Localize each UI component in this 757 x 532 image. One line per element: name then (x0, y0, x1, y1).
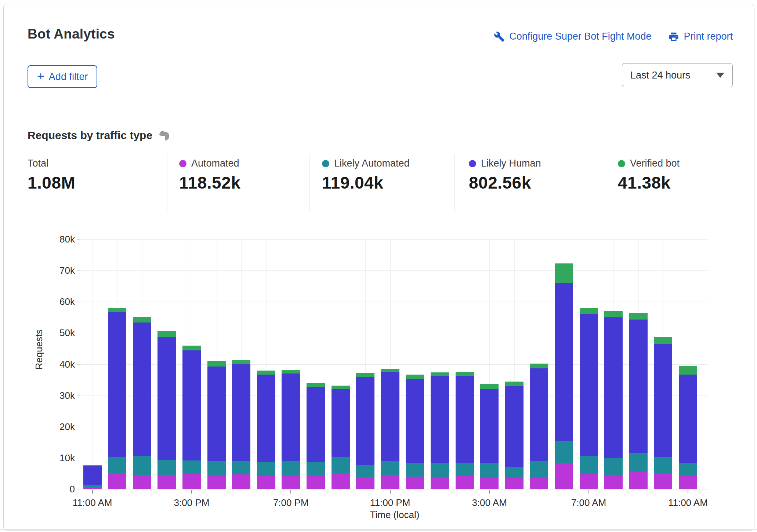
bar-segment-verified-bot[interactable] (157, 331, 176, 337)
bar-segment-likely-automated[interactable] (133, 456, 151, 475)
bar-segment-verified-bot[interactable] (530, 364, 548, 368)
bar-segment-likely-automated[interactable] (530, 461, 548, 477)
bar-segment-automated[interactable] (604, 475, 623, 489)
bar-segment-likely-human[interactable] (356, 377, 374, 466)
bar-segment-verified-bot[interactable] (406, 375, 424, 379)
bar-segment-likely-automated[interactable] (282, 461, 300, 475)
bar-segment-verified-bot[interactable] (629, 313, 648, 320)
bar-segment-likely-human[interactable] (431, 376, 449, 463)
bar-segment-verified-bot[interactable] (654, 337, 672, 344)
bar-segment-automated[interactable] (580, 474, 598, 489)
bar-segment-likely-human[interactable] (332, 389, 350, 458)
bar-segment-likely-automated[interactable] (108, 457, 126, 473)
bar-segment-likely-human[interactable] (381, 372, 399, 461)
bar-segment-automated[interactable] (133, 475, 151, 489)
bar-segment-verified-bot[interactable] (679, 366, 697, 375)
bar-segment-likely-human[interactable] (282, 374, 300, 461)
bar-segment-automated[interactable] (257, 476, 275, 489)
bar-segment-verified-bot[interactable] (480, 384, 499, 389)
bar-segment-likely-human[interactable] (629, 320, 648, 453)
stat-likely-human[interactable]: Likely Human 802.56k (469, 158, 541, 193)
bar-segment-likely-automated[interactable] (307, 462, 325, 475)
bar-segment-automated[interactable] (307, 475, 325, 489)
bar-segment-automated[interactable] (356, 477, 374, 489)
bar-segment-likely-human[interactable] (406, 379, 424, 463)
bar-segment-verified-bot[interactable] (580, 308, 598, 314)
bar-segment-likely-automated[interactable] (480, 463, 499, 478)
bar-segment-likely-automated[interactable] (157, 460, 176, 475)
bar-segment-verified-bot[interactable] (431, 372, 449, 376)
bar-segment-verified-bot[interactable] (456, 372, 474, 376)
bar-segment-likely-human[interactable] (604, 317, 623, 458)
bar-segment-likely-human[interactable] (182, 350, 201, 460)
bar-segment-likely-human[interactable] (307, 387, 325, 462)
bar-segment-verified-bot[interactable] (555, 263, 573, 283)
bar-segment-automated[interactable] (456, 476, 474, 489)
bar-segment-likely-automated[interactable] (381, 461, 399, 475)
bar-segment-likely-human[interactable] (580, 314, 598, 456)
bar-segment-verified-bot[interactable] (257, 371, 275, 375)
bar-segment-likely-automated[interactable] (604, 458, 623, 475)
bar-segment-likely-human[interactable] (505, 386, 524, 467)
bar-segment-likely-human[interactable] (207, 367, 226, 461)
bar-segment-automated[interactable] (381, 475, 399, 489)
bar-segment-automated[interactable] (83, 487, 102, 489)
bar-segment-automated[interactable] (505, 478, 524, 489)
time-range-select[interactable]: Last 24 hours (622, 63, 733, 87)
bar-segment-likely-automated[interactable] (232, 461, 250, 474)
bar-segment-verified-bot[interactable] (332, 386, 350, 389)
bar-segment-likely-human[interactable] (232, 364, 250, 461)
bar-segment-likely-automated[interactable] (332, 457, 350, 473)
bar-segment-automated[interactable] (406, 477, 424, 489)
bar-segment-automated[interactable] (182, 474, 201, 489)
stat-automated[interactable]: Automated 118.52k (179, 158, 240, 193)
bar-segment-likely-automated[interactable] (555, 441, 573, 463)
bar-segment-verified-bot[interactable] (232, 360, 250, 365)
bar-segment-likely-human[interactable] (83, 466, 102, 485)
bar-segment-verified-bot[interactable] (505, 382, 524, 386)
bar-segment-likely-automated[interactable] (629, 453, 648, 471)
bar-segment-likely-automated[interactable] (356, 465, 374, 477)
bar-segment-likely-automated[interactable] (406, 463, 424, 477)
bar-segment-verified-bot[interactable] (108, 308, 126, 312)
add-filter-button[interactable]: + Add filter (28, 65, 97, 88)
bar-segment-verified-bot[interactable] (83, 465, 102, 466)
bar-segment-likely-human[interactable] (480, 389, 499, 463)
bar-segment-verified-bot[interactable] (307, 383, 325, 387)
bar-segment-likely-automated[interactable] (207, 461, 226, 475)
bar-segment-verified-bot[interactable] (282, 370, 300, 374)
configure-super-bot-fight-mode-link[interactable]: Configure Super Bot Fight Mode (494, 31, 651, 42)
bar-segment-automated[interactable] (232, 474, 250, 489)
bar-segment-likely-automated[interactable] (505, 467, 524, 478)
stat-likely-automated[interactable]: Likely Automated 119.04k (322, 158, 410, 193)
bar-segment-likely-human[interactable] (456, 376, 474, 463)
bar-segment-likely-human[interactable] (257, 375, 275, 462)
bar-segment-likely-human[interactable] (530, 368, 548, 462)
bar-segment-automated[interactable] (480, 478, 499, 489)
bar-segment-likely-human[interactable] (654, 344, 672, 457)
bar-segment-verified-bot[interactable] (604, 311, 623, 317)
bar-segment-verified-bot[interactable] (207, 361, 226, 367)
bar-segment-verified-bot[interactable] (182, 346, 201, 350)
print-report-link[interactable]: Print report (668, 31, 733, 42)
stat-verified-bot[interactable]: Verified bot 41.38k (618, 158, 680, 193)
bar-segment-automated[interactable] (654, 473, 672, 489)
bar-segment-automated[interactable] (157, 475, 176, 489)
bar-segment-automated[interactable] (282, 475, 300, 489)
bar-segment-likely-automated[interactable] (257, 462, 275, 476)
bar-segment-likely-human[interactable] (555, 283, 573, 441)
bar-segment-likely-automated[interactable] (83, 485, 102, 487)
bar-segment-likely-automated[interactable] (456, 463, 474, 476)
bar-segment-automated[interactable] (207, 475, 226, 489)
bar-segment-verified-bot[interactable] (381, 369, 399, 372)
bar-segment-likely-automated[interactable] (654, 457, 672, 473)
bar-segment-likely-human[interactable] (679, 375, 697, 463)
bar-segment-verified-bot[interactable] (133, 317, 151, 323)
bar-segment-automated[interactable] (108, 473, 126, 489)
bar-segment-automated[interactable] (679, 475, 697, 489)
bar-segment-likely-automated[interactable] (431, 463, 449, 477)
bar-segment-likely-automated[interactable] (580, 456, 598, 474)
bar-segment-likely-automated[interactable] (679, 463, 697, 475)
bar-segment-automated[interactable] (555, 463, 573, 489)
bar-segment-likely-human[interactable] (133, 323, 151, 456)
